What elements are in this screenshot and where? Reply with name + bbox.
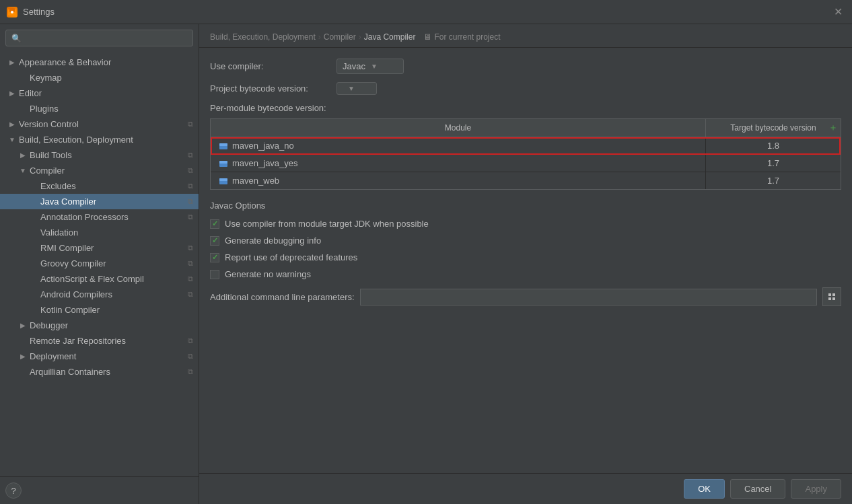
sidebar-item-keymap[interactable]: Keymap [0, 70, 199, 85]
svg-rect-4 [219, 143, 227, 146]
breadcrumb-part-2: Compiler [324, 32, 356, 42]
sidebar-item-java-compiler[interactable]: Java Compiler ⧉ [0, 194, 199, 209]
sidebar-item-excludes[interactable]: Excludes ⧉ [0, 178, 199, 194]
sidebar-item-label: Appearance & Behavior [19, 57, 111, 67]
sidebar-item-remote-jar[interactable]: Remote Jar Repositories ⧉ [0, 333, 199, 349]
sidebar-item-label: Groovy Compiler [40, 258, 106, 268]
sidebar-item-rmi-compiler[interactable]: RMI Compiler ⧉ [0, 240, 199, 256]
breadcrumb-current: Java Compiler [364, 32, 416, 42]
checkbox-report-deprecated[interactable]: ✓ [210, 253, 219, 262]
module-name: maven_java_yes [232, 158, 298, 168]
module-cell: maven_web [211, 172, 706, 189]
sidebar-item-compiler[interactable]: ▼ Compiler ⧉ [0, 163, 199, 178]
copy-icon: ⧉ [188, 213, 193, 221]
cmd-row: Additional command line parameters: [210, 287, 841, 306]
sidebar-item-actionscript[interactable]: ActionScript & Flex Compil ⧉ [0, 271, 199, 287]
col-target-header: Target bytecode version [706, 119, 841, 137]
copy-icon: ⧉ [188, 367, 193, 376]
sidebar-item-label: Build Tools [30, 150, 72, 160]
module-name: maven_web [232, 176, 279, 186]
help-button[interactable]: ? [5, 482, 22, 499]
copy-icon: ⧉ [188, 166, 193, 175]
use-compiler-dropdown[interactable]: Javac ▼ [336, 59, 404, 74]
copy-icon: ⧉ [188, 182, 193, 190]
expand-arrow: ▶ [19, 322, 27, 329]
module-icon [219, 141, 228, 151]
use-compiler-value: Javac [343, 61, 365, 71]
expand-arrow: ▼ [19, 167, 27, 174]
checkbox-use-compiler[interactable]: ✓ [210, 219, 219, 229]
expand-arrow: ▶ [19, 353, 27, 360]
titlebar: Settings ✕ [0, 0, 852, 24]
search-input[interactable] [26, 33, 187, 43]
checkbox-check-icon: ✓ [212, 236, 218, 245]
sidebar-item-appearance[interactable]: ▶ Appearance & Behavior [0, 55, 199, 70]
target-cell: 1.7 [706, 155, 841, 172]
table-row[interactable]: maven_web 1.7 [211, 172, 841, 189]
add-module-button[interactable]: ＋ [828, 122, 838, 134]
sidebar-item-version-control[interactable]: ▶ Version Control ⧉ [0, 116, 199, 132]
javac-options-title: Javac Options [210, 201, 841, 211]
sidebar-item-arquillian[interactable]: Arquillian Containers ⧉ [0, 364, 199, 380]
table-row[interactable]: maven_java_no 1.8 [211, 137, 841, 155]
sidebar-item-validation[interactable]: Validation [0, 225, 199, 240]
breadcrumb-sep-2: › [359, 32, 361, 42]
sidebar-item-kotlin-compiler[interactable]: Kotlin Compiler [0, 302, 199, 318]
sidebar-tree: ▶ Appearance & Behavior Keymap ▶ Editor … [0, 52, 199, 476]
ok-button[interactable]: OK [684, 479, 725, 499]
expand-arrow: ▶ [8, 120, 16, 128]
sidebar-item-plugins[interactable]: Plugins [0, 101, 199, 116]
sidebar-item-label: Annotation Processors [40, 212, 129, 222]
content-panel: Build, Execution, Deployment › Compiler … [199, 24, 852, 504]
sidebar-item-annotation-processors[interactable]: Annotation Processors ⧉ [0, 209, 199, 225]
apply-button[interactable]: Apply [791, 479, 841, 499]
content-body: Use compiler: Javac ▼ Project bytecode v… [199, 48, 852, 473]
expand-arrow: ▶ [8, 59, 16, 66]
sidebar-item-editor[interactable]: ▶ Editor [0, 85, 199, 101]
titlebar-left: Settings [7, 7, 55, 17]
expand-arrow: ▶ [8, 89, 16, 97]
sidebar-item-label: RMI Compiler [40, 243, 94, 253]
module-cell: maven_java_yes [211, 155, 706, 172]
search-box[interactable]: 🔍 [5, 30, 193, 46]
table-row[interactable]: maven_java_yes 1.7 [211, 155, 841, 172]
checkbox-row-4: Generate no warnings [210, 269, 841, 279]
close-button[interactable]: ✕ [831, 5, 845, 19]
checkbox-no-warnings[interactable] [210, 270, 219, 279]
sidebar-item-label: Compiler [30, 166, 65, 176]
sidebar-item-label: Arquillian Containers [30, 367, 110, 377]
project-bytecode-dropdown[interactable]: ▼ [336, 82, 377, 95]
expand-arrow: ▶ [19, 151, 27, 159]
copy-icon: ⧉ [188, 336, 193, 345]
sidebar-item-label: Remote Jar Repositories [30, 336, 126, 346]
sidebar-item-groovy-compiler[interactable]: Groovy Compiler ⧉ [0, 256, 199, 271]
cmd-expand-button[interactable] [822, 287, 841, 306]
sidebar-item-label: Android Compilers [40, 289, 112, 299]
cancel-button[interactable]: Cancel [730, 479, 785, 499]
sidebar-item-label: Version Control [19, 119, 79, 129]
sidebar-item-android-compilers[interactable]: Android Compilers ⧉ [0, 287, 199, 302]
table-header: Module Target bytecode version ＋ [211, 119, 841, 137]
sidebar-item-debugger[interactable]: ▶ Debugger [0, 318, 199, 333]
svg-point-2 [11, 11, 13, 13]
window-title: Settings [23, 7, 55, 17]
per-module-title: Per-module bytecode version: [210, 103, 841, 113]
sidebar-item-deployment[interactable]: ▶ Deployment ⧉ [0, 349, 199, 364]
sidebar-item-label: Excludes [40, 181, 76, 191]
use-compiler-label: Use compiler: [210, 61, 331, 71]
sidebar-item-build-execution[interactable]: ▼ Build, Execution, Deployment [0, 132, 199, 147]
sidebar-item-label: Deployment [30, 351, 76, 361]
search-icon: 🔍 [11, 34, 22, 43]
module-name: maven_java_no [232, 141, 294, 151]
checkbox-generate-debug[interactable]: ✓ [210, 236, 219, 246]
cmd-input[interactable] [360, 289, 817, 305]
sidebar-item-build-tools[interactable]: ▶ Build Tools ⧉ [0, 147, 199, 163]
breadcrumb-icon: 🖥 [423, 32, 431, 42]
copy-icon: ⧉ [188, 275, 193, 283]
copy-icon: ⧉ [188, 151, 193, 159]
checkbox-check-icon: ✓ [212, 219, 218, 228]
breadcrumb-part-1: Build, Execution, Deployment [210, 32, 316, 42]
sidebar-item-label: Plugins [30, 104, 59, 114]
use-compiler-row: Use compiler: Javac ▼ [210, 59, 841, 74]
breadcrumb: Build, Execution, Deployment › Compiler … [199, 24, 852, 48]
